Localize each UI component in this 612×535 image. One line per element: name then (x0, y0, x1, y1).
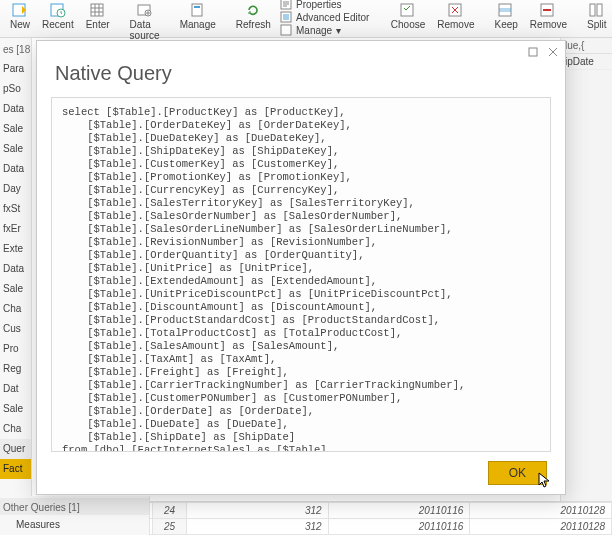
query-item[interactable]: Data (0, 99, 31, 119)
ribbon-datasource[interactable]: Data source (126, 2, 164, 43)
ribbon-choose[interactable]: Choose (387, 2, 429, 32)
data-preview-right: lue,{ ipDate (560, 38, 612, 535)
ribbon-sub-group: Properties Advanced Editor Manage ▾ (280, 0, 369, 36)
ribbon-advanced-editor[interactable]: Advanced Editor (280, 11, 369, 23)
remove-rows-icon (539, 2, 557, 18)
query-item[interactable]: Pro (0, 339, 31, 359)
svg-rect-3 (91, 4, 103, 16)
chevron-down-icon: ▾ (336, 25, 341, 36)
svg-rect-17 (597, 4, 602, 16)
ribbon-label: Data source (130, 19, 160, 41)
split-icon (588, 2, 606, 18)
ribbon-label: Remove (437, 19, 474, 30)
native-query-text[interactable]: select [$Table].[ProductKey] as [Product… (51, 97, 551, 452)
query-item[interactable]: pSo (0, 79, 31, 99)
ribbon-remove-rows[interactable]: Remove (526, 2, 571, 32)
query-item[interactable]: fxEr (0, 219, 31, 239)
svg-rect-10 (281, 25, 291, 35)
ribbon-label: Choose (391, 19, 425, 30)
row-index: 24 (153, 503, 187, 519)
grid-icon (89, 2, 107, 18)
native-query-dialog: Native Query select [$Table].[ProductKey… (36, 40, 566, 495)
query-item[interactable]: Quer (0, 439, 31, 459)
dialog-footer: OK (37, 452, 565, 494)
cursor-icon (538, 472, 552, 490)
svg-rect-14 (499, 8, 511, 12)
keep-rows-icon (497, 2, 515, 18)
ribbon-sub-label: Advanced Editor (296, 12, 369, 23)
query-item[interactable]: Reg (0, 359, 31, 379)
properties-icon (280, 0, 292, 10)
ribbon-split[interactable]: Split (583, 2, 610, 32)
ribbon-sub-label: Manage (296, 25, 332, 36)
editor-icon (280, 11, 292, 23)
row-index: 25 (153, 519, 187, 535)
cell: 20110128 (470, 519, 612, 535)
query-item[interactable]: Data (0, 259, 31, 279)
query-item[interactable]: Cha (0, 299, 31, 319)
ribbon-refresh[interactable]: Refresh (232, 2, 275, 32)
ribbon-label: Manage (180, 19, 216, 30)
query-item[interactable]: Para (0, 59, 31, 79)
column-header[interactable]: lue,{ (561, 38, 612, 54)
queries-panel: es [18 Para pSo Data Sale Sale Data Day … (0, 38, 32, 535)
ribbon-label: Refresh (236, 19, 271, 30)
cell: 20110128 (470, 503, 612, 519)
cell: 20110116 (328, 519, 470, 535)
query-item[interactable]: Data (0, 159, 31, 179)
ribbon-label: Remove (530, 19, 567, 30)
ribbon-new[interactable]: New (6, 2, 34, 32)
ribbon-label: New (10, 19, 30, 30)
ribbon-remove[interactable]: Remove (433, 2, 478, 32)
dialog-title: Native Query (37, 62, 565, 91)
datasource-icon (136, 2, 154, 18)
ribbon-manage[interactable]: Manage (176, 2, 220, 32)
column-header[interactable]: ipDate (561, 54, 612, 70)
svg-rect-16 (590, 4, 595, 16)
ribbon-recent[interactable]: Recent (38, 2, 78, 32)
ribbon-label: Keep (495, 19, 518, 30)
recent-icon (49, 2, 67, 18)
query-item[interactable]: Sale (0, 139, 31, 159)
cell: 312 (187, 519, 329, 535)
close-button[interactable] (547, 46, 559, 58)
ribbon-toolbar: New Recent Enter Data source Manage Refr… (0, 0, 612, 38)
svg-rect-11 (401, 4, 413, 16)
ribbon-sub-label: Properties (296, 0, 342, 10)
plus-icon (11, 2, 29, 18)
query-item[interactable]: Dat (0, 379, 31, 399)
ribbon-label: Split (587, 19, 606, 30)
query-item[interactable]: Cha (0, 419, 31, 439)
cell: 20110116 (328, 503, 470, 519)
queries-panel-header: es [18 (0, 42, 31, 59)
ribbon-properties[interactable]: Properties (280, 0, 369, 10)
ribbon-manage-dropdown[interactable]: Manage ▾ (280, 24, 369, 36)
query-item[interactable]: Cus (0, 319, 31, 339)
query-item[interactable]: Sale (0, 399, 31, 419)
query-item[interactable]: Sale (0, 279, 31, 299)
svg-rect-7 (194, 6, 200, 8)
query-item[interactable]: fxSt (0, 199, 31, 219)
maximize-button[interactable] (527, 46, 539, 58)
dialog-titlebar (37, 41, 565, 62)
refresh-icon (244, 2, 262, 18)
query-item-selected[interactable]: Fact (0, 459, 31, 479)
manage-icon (189, 2, 207, 18)
query-item[interactable]: Measures (0, 515, 149, 535)
svg-rect-6 (192, 4, 202, 16)
ribbon-keep[interactable]: Keep (491, 2, 522, 32)
remove-col-icon (447, 2, 465, 18)
query-item[interactable]: Sale (0, 119, 31, 139)
cell: 312 (187, 503, 329, 519)
ok-button-label: OK (509, 466, 526, 480)
ok-button[interactable]: OK (488, 461, 547, 485)
choose-icon (399, 2, 417, 18)
query-group[interactable]: Other Queries [1] (0, 498, 149, 515)
ribbon-label: Recent (42, 19, 74, 30)
query-item[interactable]: Exte (0, 239, 31, 259)
ribbon-label: Enter (86, 19, 110, 30)
manage-icon (280, 24, 292, 36)
svg-rect-19 (529, 48, 537, 56)
ribbon-enter[interactable]: Enter (82, 2, 114, 32)
query-item[interactable]: Day (0, 179, 31, 199)
